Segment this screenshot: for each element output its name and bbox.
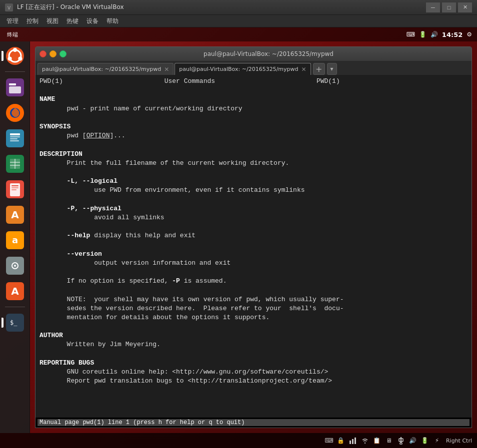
menu-devices[interactable]: 设备	[82, 16, 102, 26]
tab-add-button[interactable]: +	[313, 63, 325, 75]
maximize-button[interactable]: □	[442, 2, 456, 12]
taskbar-volume-icon: 🔊	[430, 31, 438, 38]
tray-usb-icon[interactable]	[396, 436, 406, 446]
svg-rect-13	[10, 133, 20, 135]
title-bar: V LF [正在运行] - Oracle VM VirtualBox ─ □ ✕	[0, 0, 477, 15]
menu-bar: 管理 控制 视图 热键 设备 帮助	[0, 15, 477, 27]
terminal-tab-2[interactable]: paul@paul-VirtualBox: ~/20165325/mypwd ✕	[174, 63, 310, 75]
taskbar-keyboard-icon: ⌨	[406, 31, 415, 38]
tray-battery-icon[interactable]: 🔋	[420, 436, 430, 446]
taskbar-battery-icon: 🔋	[419, 31, 426, 38]
svg-point-5	[8, 57, 12, 61]
svg-rect-40	[354, 438, 356, 444]
app-icon: V	[5, 3, 13, 11]
terminal-title-bar: paul@paul-VirtualBox: ~/20165325/mypwd	[36, 47, 472, 61]
tray-network-icon[interactable]	[348, 436, 358, 446]
terminal-close-button[interactable]	[40, 50, 46, 57]
svg-rect-24	[12, 185, 18, 186]
launcher-files-icon[interactable]	[3, 75, 27, 99]
terminal-tab-1-label: paul@paul-VirtualBox: ~/20165325/mypwd	[42, 66, 161, 72]
svg-text:a: a	[12, 235, 18, 245]
launcher-ubuntu-icon[interactable]	[3, 44, 27, 68]
terminal-status-text: Manual page pwd(1) line 1 (press h for h…	[38, 419, 470, 426]
launcher-appstore-icon[interactable]: A	[3, 203, 27, 227]
terminal-status-bar: Manual page pwd(1) line 1 (press h for h…	[36, 418, 472, 428]
main-area: A a A $_	[0, 41, 477, 433]
terminal-window: paul@paul-VirtualBox: ~/20165325/mypwd p…	[35, 46, 472, 428]
svg-rect-16	[10, 140, 19, 141]
menu-help[interactable]: 帮助	[102, 16, 122, 26]
svg-text:V: V	[8, 5, 11, 10]
terminal-header: PWD(1) User Commands PWD(1) NAME pwd - p…	[40, 77, 344, 385]
tray-lock-icon[interactable]: 🔒	[336, 436, 346, 446]
minimize-button[interactable]: ─	[426, 2, 440, 12]
tab-menu-button[interactable]: ▾	[327, 63, 337, 75]
tray-keyboard-icon[interactable]: ⌨	[324, 436, 334, 446]
launcher-docs-icon[interactable]	[3, 126, 27, 150]
svg-point-43	[400, 443, 402, 445]
menu-view[interactable]: 视图	[42, 16, 62, 26]
menu-manage[interactable]: 管理	[2, 16, 22, 26]
svg-rect-25	[12, 187, 18, 188]
svg-text:A: A	[11, 285, 19, 297]
svg-point-4	[13, 48, 17, 52]
svg-rect-26	[12, 189, 16, 190]
taskbar-time: 14:52	[442, 31, 462, 38]
launcher-divider-2	[5, 307, 25, 307]
terminal-tab-1[interactable]: paul@paul-VirtualBox: ~/20165325/mypwd ✕	[38, 63, 174, 75]
launcher-firefox-icon[interactable]	[3, 101, 27, 125]
menu-hotkeys[interactable]: 热键	[62, 16, 82, 26]
bottom-tray: ⌨ 🔒 📋 🖥 🔊 🔋 ⚡	[324, 436, 472, 446]
svg-rect-38	[350, 441, 351, 444]
svg-text:$_: $_	[10, 319, 18, 326]
close-button[interactable]: ✕	[458, 2, 472, 12]
bottom-taskbar: ⌨ 🔒 📋 🖥 🔊 🔋 ⚡	[0, 433, 477, 448]
terminal-tab-2-label: paul@paul-VirtualBox: ~/20165325/mypwd	[179, 66, 298, 72]
tray-display-icon[interactable]: 🖥	[384, 436, 394, 446]
svg-rect-9	[9, 86, 21, 93]
svg-rect-39	[352, 439, 354, 444]
menu-control[interactable]: 控制	[22, 16, 42, 26]
right-ctrl-label: Right Ctrl	[446, 438, 472, 444]
launcher-sidebar: A a A $_	[0, 41, 30, 433]
launcher-reader-icon[interactable]	[3, 177, 27, 201]
launcher-divider-1	[5, 71, 25, 72]
svg-rect-14	[10, 136, 20, 137]
launcher-amazon-icon[interactable]: a	[3, 228, 27, 252]
taskbar-settings-icon[interactable]: ⚙	[466, 31, 472, 38]
tray-power-icon[interactable]: ⚡	[432, 436, 442, 446]
launcher-terminal-icon[interactable]: $_	[3, 311, 27, 335]
svg-point-6	[18, 57, 22, 61]
terminal-content[interactable]: PWD(1) User Commands PWD(1) NAME pwd - p…	[36, 75, 472, 418]
tray-wifi-icon[interactable]	[360, 436, 370, 446]
svg-rect-8	[9, 83, 16, 85]
svg-point-33	[14, 265, 16, 267]
tray-copy-icon[interactable]: 📋	[372, 436, 382, 446]
svg-rect-41	[400, 437, 402, 443]
terminal-tabs: paul@paul-VirtualBox: ~/20165325/mypwd ✕…	[36, 61, 472, 75]
terminal-tab-1-close[interactable]: ✕	[164, 66, 169, 73]
launcher-spreadsheet-icon[interactable]	[3, 152, 27, 176]
window-controls: ─ □ ✕	[426, 2, 472, 12]
launcher-updates-icon[interactable]: A	[3, 279, 27, 303]
terminal-minimize-button[interactable]	[50, 50, 56, 57]
svg-text:A: A	[11, 209, 19, 221]
launcher-tools-icon[interactable]	[3, 254, 27, 278]
terminal-maximize-button[interactable]	[60, 50, 66, 57]
tray-volume-icon[interactable]: 🔊	[408, 436, 418, 446]
window-title: LF [正在运行] - Oracle VM VirtualBox	[17, 3, 124, 11]
terminal-tab-2-close[interactable]: ✕	[302, 66, 306, 73]
taskbar-terminal-label: 终端	[5, 30, 20, 39]
terminal-title-text: paul@paul-VirtualBox: ~/20165325/mypwd	[70, 50, 468, 57]
system-taskbar: 终端 ⌨ 🔋 🔊 14:52 ⚙	[0, 27, 477, 41]
svg-rect-15	[10, 138, 18, 139]
